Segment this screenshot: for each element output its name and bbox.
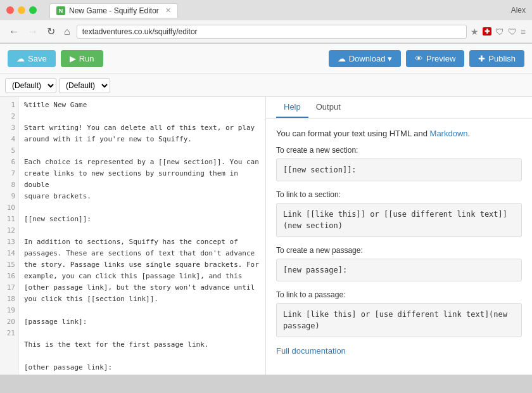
tab-help[interactable]: Help: [276, 97, 308, 118]
tabs-header: Help Output: [266, 97, 532, 119]
download-label: Download ▾: [349, 54, 392, 63]
section4-label: To link to a passage:: [276, 290, 522, 299]
markdown-link[interactable]: Markdown: [430, 129, 468, 138]
help-section-1: To create a new section: [[new section]]…: [276, 146, 522, 181]
right-pane: Help Output You can format your text usi…: [266, 97, 532, 375]
help-content: You can format your text using HTML and …: [266, 119, 532, 375]
full-documentation-link[interactable]: Full documentation: [276, 346, 522, 356]
tab-title: New Game - Squiffy Editor: [69, 6, 159, 15]
forward-button[interactable]: →: [25, 25, 41, 39]
editor-pane: 123456789101112131415161718192021 %title…: [0, 97, 266, 375]
section1-label: To create a new section:: [276, 146, 522, 155]
section4-code: Link [like this] or [use different link …: [276, 303, 522, 337]
app-toolbar: ☁ Save ▶ Run ☁ Download ▾ 👁 Preview ✚ Pu…: [0, 44, 532, 74]
publish-label: Publish: [488, 54, 516, 63]
help-intro-end: .: [468, 129, 471, 138]
download-button[interactable]: ☁ Download ▾: [329, 50, 401, 67]
toolbar-right: ☁ Download ▾ 👁 Preview ✚ Publish: [329, 50, 524, 67]
refresh-button[interactable]: ↻: [44, 24, 58, 39]
download-icon: ☁: [338, 54, 346, 63]
right-select[interactable]: (Default): [59, 78, 110, 93]
save-button[interactable]: ☁ Save: [8, 50, 56, 67]
help-section-4: To link to a passage: Link [like this] o…: [276, 290, 522, 337]
publish-button[interactable]: ✚ Publish: [469, 50, 524, 67]
section3-label: To create a new passage:: [276, 246, 522, 255]
section3-code: [new passage]:: [276, 259, 522, 281]
selects-bar: (Default) (Default): [0, 74, 532, 97]
preview-button[interactable]: 👁 Preview: [406, 50, 464, 67]
save-label: Save: [28, 54, 47, 63]
navigation-bar: ← → ↻ ⌂ ★ ✚ 🛡 🛡 ≡: [0, 20, 532, 43]
tab-close-button[interactable]: ✕: [165, 6, 171, 15]
left-select[interactable]: (Default): [5, 78, 56, 93]
toolbar-left: ☁ Save ▶ Run: [8, 50, 103, 67]
home-button[interactable]: ⌂: [61, 25, 73, 39]
bookmark-icon[interactable]: ★: [471, 27, 479, 37]
run-label: Run: [79, 54, 94, 63]
code-editor[interactable]: %title New Game Start writing! You can d…: [19, 97, 265, 375]
help-section-2: To link to a section: Link [[like this]]…: [276, 190, 522, 237]
save-icon: ☁: [16, 54, 25, 63]
menu-icon[interactable]: ≡: [521, 27, 526, 37]
window-minimize-button[interactable]: [18, 6, 25, 14]
run-icon: ▶: [70, 54, 76, 63]
publish-icon: ✚: [478, 54, 485, 63]
address-bar[interactable]: [77, 25, 467, 39]
tab-favicon: N: [56, 6, 65, 15]
extension-icon-2[interactable]: 🛡: [495, 27, 504, 37]
section2-label: To link to a section:: [276, 190, 522, 199]
run-button[interactable]: ▶ Run: [61, 50, 103, 67]
window-maximize-button[interactable]: [29, 6, 37, 14]
window-close-button[interactable]: [6, 6, 14, 14]
extension-icon-1[interactable]: ✚: [483, 27, 491, 35]
extension-icon-3[interactable]: 🛡: [508, 27, 517, 37]
section1-code: [[new section]]:: [276, 158, 522, 181]
help-section-3: To create a new passage: [new passage]:: [276, 246, 522, 281]
section2-code: Link [[like this]] or [[use different li…: [276, 203, 522, 237]
preview-icon: 👁: [415, 54, 423, 63]
back-button[interactable]: ←: [6, 25, 22, 39]
main-content: 123456789101112131415161718192021 %title…: [0, 97, 532, 375]
preview-label: Preview: [426, 54, 455, 63]
help-intro: You can format your text using HTML and …: [276, 129, 522, 138]
user-name: Alex: [511, 6, 526, 15]
browser-tab[interactable]: N New Game - Squiffy Editor ✕: [49, 3, 178, 18]
tab-output[interactable]: Output: [308, 97, 348, 118]
line-numbers: 123456789101112131415161718192021: [0, 97, 19, 375]
help-intro-text: You can format your text using HTML and: [276, 129, 430, 138]
